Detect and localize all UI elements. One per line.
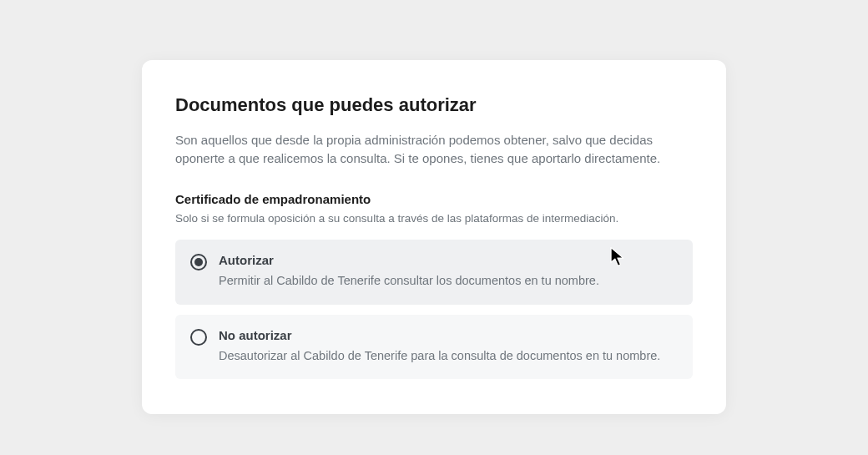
- radio-option-authorize[interactable]: Autorizar Permitir al Cabildo de Tenerif…: [175, 240, 693, 304]
- authorization-card: Documentos que puedes autorizar Son aque…: [142, 60, 726, 414]
- radio-label-deny: No autorizar: [219, 328, 678, 342]
- radio-icon: [190, 329, 207, 346]
- section-title: Certificado de empadronamiento: [175, 192, 693, 206]
- radio-label-authorize: Autorizar: [219, 253, 678, 267]
- card-title: Documentos que puedes autorizar: [175, 94, 693, 118]
- radio-texts: No autorizar Desautorizar al Cabildo de …: [219, 328, 678, 364]
- radio-desc-deny: Desautorizar al Cabildo de Tenerife para…: [219, 347, 678, 364]
- section-note: Solo si se formula oposición a su consul…: [175, 211, 693, 227]
- radio-option-deny[interactable]: No autorizar Desautorizar al Cabildo de …: [175, 315, 693, 379]
- radio-desc-authorize: Permitir al Cabildo de Tenerife consulta…: [219, 272, 678, 289]
- radio-icon: [190, 254, 207, 270]
- radio-texts: Autorizar Permitir al Cabildo de Tenerif…: [219, 253, 678, 289]
- card-description: Son aquellos que desde la propia adminis…: [175, 131, 693, 169]
